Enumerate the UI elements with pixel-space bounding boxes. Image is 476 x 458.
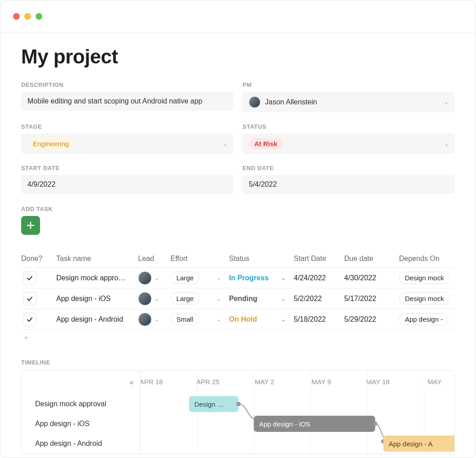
chevron-down-icon: ⌄ xyxy=(444,99,449,105)
status-label: STATUS xyxy=(242,123,455,130)
pm-value: Jason Allenstein xyxy=(265,98,317,106)
col-due-date: Due date xyxy=(344,255,399,263)
page-content: My project DESCRIPTION Mobile editing an… xyxy=(0,33,476,454)
chevron-down-icon: ⌄ xyxy=(216,275,221,281)
window-minimize-button[interactable] xyxy=(24,13,31,20)
due-date-cell[interactable]: 4/30/2022 xyxy=(344,274,399,282)
timeline-task-list: « Design mock approvalApp design - iOSAp… xyxy=(22,371,140,454)
page-title: My project xyxy=(21,45,455,68)
status-select[interactable]: At Risk ⌄ xyxy=(242,134,455,154)
timeline-task-name[interactable]: Design mock approval xyxy=(22,394,140,414)
project-fields: DESCRIPTION Mobile editing and start sco… xyxy=(21,81,455,194)
start-date-input[interactable]: 4/9/2022 xyxy=(21,175,234,194)
pm-select[interactable]: Jason Allenstein ⌄ xyxy=(242,92,455,112)
plus-icon xyxy=(26,221,35,230)
done-checkbox[interactable] xyxy=(23,271,36,285)
timeline-bar[interactable]: App design - iOS xyxy=(254,416,375,432)
window-zoom-button[interactable] xyxy=(36,13,42,20)
chevron-down-icon: ⌄ xyxy=(281,275,286,281)
pm-field: PM Jason Allenstein ⌄ xyxy=(242,81,455,112)
avatar xyxy=(138,271,152,285)
status-cell[interactable]: Pending⌄ xyxy=(229,295,294,303)
timeline-date-label: MAY 2 xyxy=(255,378,274,386)
add-task-button[interactable] xyxy=(21,216,40,235)
start-date-cell[interactable]: 5/18/2022 xyxy=(294,315,344,323)
timeline-date-label: APR 25 xyxy=(196,378,220,386)
timeline-task-name[interactable]: App design - Android xyxy=(22,434,140,454)
timeline-label: TIMELINE xyxy=(21,359,455,366)
lead-cell[interactable]: ⌄ xyxy=(138,313,171,326)
done-checkbox[interactable] xyxy=(23,292,36,305)
start-date-label: START DATE xyxy=(21,165,234,171)
stage-field: STAGE Engineering ⌄ xyxy=(21,123,234,154)
check-icon xyxy=(26,295,33,302)
chevron-down-icon: ⌄ xyxy=(154,275,159,281)
window-close-button[interactable] xyxy=(13,13,20,20)
depends-cell[interactable]: App design - xyxy=(399,315,455,323)
effort-cell[interactable]: Small⌄ xyxy=(171,313,229,325)
app-window: My project DESCRIPTION Mobile editing an… xyxy=(0,0,476,458)
avatar xyxy=(138,292,152,305)
description-value: Mobile editing and start scoping out And… xyxy=(27,97,202,105)
status-cell[interactable]: On Hold⌄ xyxy=(229,315,294,323)
depends-value: Design mock xyxy=(399,292,450,305)
col-lead: Lead xyxy=(138,255,171,263)
task-name-cell[interactable]: Design mock appro… xyxy=(56,274,138,282)
timeline-collapse-button[interactable]: « xyxy=(130,378,134,386)
lead-cell[interactable]: ⌄ xyxy=(138,271,171,285)
timeline-date-label: APR 18 xyxy=(140,378,163,386)
status-field: STATUS At Risk ⌄ xyxy=(242,123,455,154)
depends-cell[interactable]: Design mock xyxy=(399,295,455,303)
add-task-label: ADD TASK xyxy=(21,206,455,212)
effort-cell[interactable]: Large⌄ xyxy=(171,272,229,284)
lead-cell[interactable]: ⌄ xyxy=(138,292,171,305)
timeline-date-label: MAY 9 xyxy=(311,378,331,386)
check-icon xyxy=(26,316,33,323)
status-value: In Progress xyxy=(229,274,269,282)
timeline-chart[interactable]: APR 18APR 25MAY 2MAY 9MAY 16MAY Design … xyxy=(140,371,454,454)
effort-value: Large xyxy=(171,272,199,284)
end-date-input[interactable]: 5/4/2022 xyxy=(242,175,455,194)
effort-cell[interactable]: Large⌄ xyxy=(171,292,229,305)
chevron-down-icon: ⌄ xyxy=(281,296,286,302)
task-name-cell[interactable]: App design - Android xyxy=(56,315,138,323)
depends-cell[interactable]: Design mock xyxy=(399,274,455,282)
status-value: Pending xyxy=(229,295,257,303)
status-cell[interactable]: In Progress⌄ xyxy=(229,274,294,282)
description-input[interactable]: Mobile editing and start scoping out And… xyxy=(21,92,234,111)
pm-label: PM xyxy=(242,81,455,88)
avatar xyxy=(138,313,152,326)
add-row-button[interactable]: + xyxy=(21,330,455,346)
timeline-bar[interactable]: App design - A xyxy=(383,436,454,452)
start-date-cell[interactable]: 4/24/2022 xyxy=(294,274,344,282)
timeline-bar-label: App design - A xyxy=(389,440,433,448)
effort-value: Large xyxy=(171,292,199,305)
table-row[interactable]: App design - Android⌄Small⌄On Hold⌄5/18/… xyxy=(21,309,455,330)
start-date-value: 4/9/2022 xyxy=(27,180,55,189)
table-row[interactable]: Design mock appro…⌄Large⌄In Progress⌄4/2… xyxy=(21,268,455,288)
status-value: At Risk xyxy=(249,138,283,149)
start-date-cell[interactable]: 5/2/2022 xyxy=(294,295,344,303)
end-date-field: END DATE 5/4/2022 xyxy=(242,165,455,194)
depends-value: Design mock xyxy=(399,272,450,284)
col-done: Done? xyxy=(21,255,56,263)
timeline-date-label: MAY xyxy=(427,378,441,386)
timeline-bar[interactable]: Design … xyxy=(189,396,238,412)
task-name-cell[interactable]: App design - iOS xyxy=(56,295,138,303)
timeline-task-name[interactable]: App design - iOS xyxy=(22,414,140,434)
timeline-dependency-node xyxy=(236,402,241,406)
timeline-section: TIMELINE « Design mock approvalApp desig… xyxy=(21,359,455,454)
description-field: DESCRIPTION Mobile editing and start sco… xyxy=(21,81,234,112)
chevron-down-icon: ⌄ xyxy=(154,316,159,323)
col-depends-on: Depends On xyxy=(399,255,455,263)
done-checkbox[interactable] xyxy=(23,313,36,326)
due-date-cell[interactable]: 5/17/2022 xyxy=(344,295,399,303)
due-date-cell[interactable]: 5/29/2022 xyxy=(344,315,399,323)
table-row[interactable]: App design - iOS⌄Large⌄Pending⌄5/2/20225… xyxy=(21,288,455,309)
col-task-name: Task name xyxy=(56,255,138,263)
chevron-down-icon: ⌄ xyxy=(281,316,286,323)
chevron-down-icon: ⌄ xyxy=(154,296,159,302)
stage-select[interactable]: Engineering ⌄ xyxy=(21,134,234,154)
effort-value: Small xyxy=(171,313,199,325)
timeline-bar-label: Design … xyxy=(194,400,224,408)
